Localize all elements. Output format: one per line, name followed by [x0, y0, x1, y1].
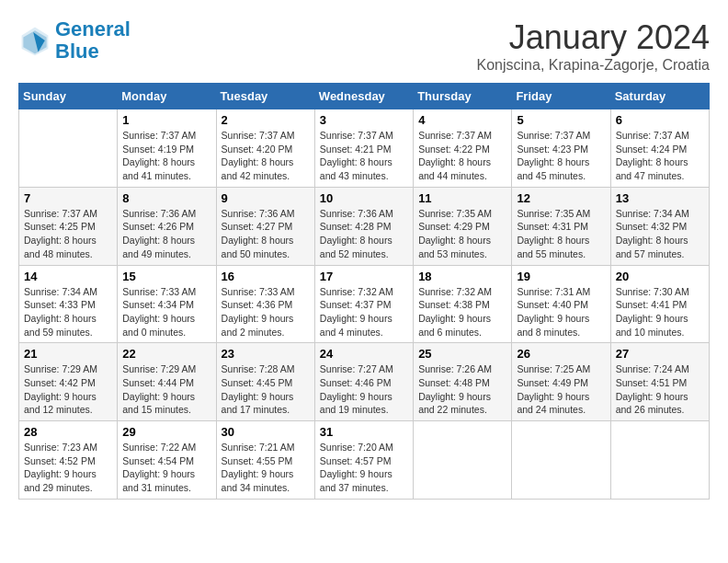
day-number: 25 — [418, 347, 506, 361]
calendar-cell: 11Sunrise: 7:35 AMSunset: 4:29 PMDayligh… — [414, 187, 512, 265]
calendar-cell: 1Sunrise: 7:37 AMSunset: 4:19 PMDaylight… — [118, 109, 216, 188]
day-info: Sunrise: 7:33 AMSunset: 4:36 PMDaylight:… — [222, 285, 310, 339]
day-number: 6 — [616, 113, 704, 127]
calendar-cell: 10Sunrise: 7:36 AMSunset: 4:28 PMDayligh… — [314, 187, 413, 265]
day-info: Sunrise: 7:30 AMSunset: 4:41 PMDaylight:… — [616, 285, 704, 339]
day-number: 28 — [24, 425, 112, 439]
calendar-week-3: 14Sunrise: 7:34 AMSunset: 4:33 PMDayligh… — [19, 265, 710, 343]
logo-blue: Blue — [55, 40, 99, 63]
calendar-cell: 16Sunrise: 7:33 AMSunset: 4:36 PMDayligh… — [216, 265, 314, 343]
day-info: Sunrise: 7:29 AMSunset: 4:44 PMDaylight:… — [122, 362, 210, 417]
weekday-header-wednesday: Wednesday — [314, 84, 413, 109]
day-info: Sunrise: 7:36 AMSunset: 4:28 PMDaylight:… — [320, 207, 408, 261]
calendar-cell: 7Sunrise: 7:37 AMSunset: 4:25 PMDaylight… — [19, 187, 118, 265]
calendar-week-4: 21Sunrise: 7:29 AMSunset: 4:42 PMDayligh… — [19, 343, 710, 421]
day-info: Sunrise: 7:33 AMSunset: 4:34 PMDaylight:… — [122, 285, 210, 339]
calendar-table: SundayMondayTuesdayWednesdayThursdayFrid… — [18, 83, 710, 500]
day-info: Sunrise: 7:36 AMSunset: 4:26 PMDaylight:… — [122, 207, 210, 261]
calendar-cell: 28Sunrise: 7:23 AMSunset: 4:52 PMDayligh… — [19, 421, 118, 500]
day-info: Sunrise: 7:31 AMSunset: 4:40 PMDaylight:… — [517, 285, 605, 339]
day-info: Sunrise: 7:24 AMSunset: 4:51 PMDaylight:… — [616, 362, 704, 417]
day-number: 7 — [24, 191, 112, 205]
day-info: Sunrise: 7:27 AMSunset: 4:46 PMDaylight:… — [320, 362, 408, 417]
calendar-week-5: 28Sunrise: 7:23 AMSunset: 4:52 PMDayligh… — [19, 421, 710, 500]
calendar-cell: 5Sunrise: 7:37 AMSunset: 4:23 PMDaylight… — [512, 109, 610, 188]
day-number: 9 — [222, 191, 310, 205]
calendar-cell: 25Sunrise: 7:26 AMSunset: 4:48 PMDayligh… — [414, 343, 512, 421]
calendar-body: 1Sunrise: 7:37 AMSunset: 4:19 PMDaylight… — [19, 109, 710, 500]
calendar-cell: 18Sunrise: 7:32 AMSunset: 4:38 PMDayligh… — [414, 265, 512, 343]
day-info: Sunrise: 7:20 AMSunset: 4:57 PMDaylight:… — [320, 441, 408, 495]
day-number: 21 — [24, 347, 112, 361]
weekday-header-tuesday: Tuesday — [216, 84, 314, 109]
calendar-cell: 14Sunrise: 7:34 AMSunset: 4:33 PMDayligh… — [19, 265, 118, 343]
day-info: Sunrise: 7:29 AMSunset: 4:42 PMDaylight:… — [24, 362, 112, 417]
day-info: Sunrise: 7:25 AMSunset: 4:49 PMDaylight:… — [517, 362, 605, 417]
day-number: 27 — [616, 347, 704, 361]
calendar-header-row: SundayMondayTuesdayWednesdayThursdayFrid… — [19, 84, 710, 109]
calendar-cell — [414, 421, 512, 500]
day-number: 11 — [418, 191, 506, 205]
day-number: 3 — [320, 113, 408, 127]
title-block: January 2024 Konjscina, Krapina-Zagorje,… — [477, 18, 710, 74]
calendar-cell — [512, 421, 610, 500]
day-number: 17 — [320, 270, 408, 283]
day-info: Sunrise: 7:37 AMSunset: 4:21 PMDaylight:… — [320, 129, 408, 183]
day-number: 29 — [122, 425, 210, 439]
calendar-cell — [19, 109, 118, 188]
day-number: 19 — [517, 270, 605, 283]
day-info: Sunrise: 7:35 AMSunset: 4:29 PMDaylight:… — [418, 207, 506, 261]
calendar-cell: 6Sunrise: 7:37 AMSunset: 4:24 PMDaylight… — [610, 109, 709, 188]
logo: General Blue — [18, 18, 131, 63]
calendar-title: January 2024 — [477, 18, 710, 57]
day-number: 12 — [517, 191, 605, 205]
day-info: Sunrise: 7:22 AMSunset: 4:54 PMDaylight:… — [122, 441, 210, 495]
calendar-cell: 22Sunrise: 7:29 AMSunset: 4:44 PMDayligh… — [118, 343, 216, 421]
weekday-header-saturday: Saturday — [610, 84, 709, 109]
calendar-cell: 17Sunrise: 7:32 AMSunset: 4:37 PMDayligh… — [314, 265, 413, 343]
day-number: 4 — [418, 113, 506, 127]
calendar-cell: 27Sunrise: 7:24 AMSunset: 4:51 PMDayligh… — [610, 343, 709, 421]
calendar-cell — [610, 421, 709, 500]
day-number: 14 — [24, 270, 112, 283]
calendar-subtitle: Konjscina, Krapina-Zagorje, Croatia — [477, 57, 710, 74]
logo-general: General — [55, 17, 131, 40]
day-info: Sunrise: 7:37 AMSunset: 4:19 PMDaylight:… — [122, 129, 210, 183]
day-number: 18 — [418, 270, 506, 283]
weekday-header-sunday: Sunday — [19, 84, 118, 109]
logo-icon — [18, 24, 51, 57]
calendar-cell: 8Sunrise: 7:36 AMSunset: 4:26 PMDaylight… — [118, 187, 216, 265]
calendar-cell: 13Sunrise: 7:34 AMSunset: 4:32 PMDayligh… — [610, 187, 709, 265]
day-number: 13 — [616, 191, 704, 205]
day-number: 10 — [320, 191, 408, 205]
day-info: Sunrise: 7:34 AMSunset: 4:33 PMDaylight:… — [24, 285, 112, 339]
day-number: 15 — [122, 270, 210, 283]
calendar-cell: 19Sunrise: 7:31 AMSunset: 4:40 PMDayligh… — [512, 265, 610, 343]
calendar-cell: 31Sunrise: 7:20 AMSunset: 4:57 PMDayligh… — [314, 421, 413, 500]
day-number: 20 — [616, 270, 704, 283]
weekday-header-thursday: Thursday — [414, 84, 512, 109]
day-info: Sunrise: 7:37 AMSunset: 4:20 PMDaylight:… — [222, 129, 310, 183]
day-info: Sunrise: 7:34 AMSunset: 4:32 PMDaylight:… — [616, 207, 704, 261]
day-info: Sunrise: 7:37 AMSunset: 4:24 PMDaylight:… — [616, 129, 704, 183]
calendar-cell: 20Sunrise: 7:30 AMSunset: 4:41 PMDayligh… — [610, 265, 709, 343]
calendar-cell: 29Sunrise: 7:22 AMSunset: 4:54 PMDayligh… — [118, 421, 216, 500]
day-number: 26 — [517, 347, 605, 361]
day-number: 23 — [222, 347, 310, 361]
weekday-header-monday: Monday — [118, 84, 216, 109]
calendar-week-1: 1Sunrise: 7:37 AMSunset: 4:19 PMDaylight… — [19, 109, 710, 188]
day-info: Sunrise: 7:36 AMSunset: 4:27 PMDaylight:… — [222, 207, 310, 261]
day-number: 5 — [517, 113, 605, 127]
weekday-header-friday: Friday — [512, 84, 610, 109]
calendar-cell: 3Sunrise: 7:37 AMSunset: 4:21 PMDaylight… — [314, 109, 413, 188]
calendar-cell: 24Sunrise: 7:27 AMSunset: 4:46 PMDayligh… — [314, 343, 413, 421]
calendar-cell: 12Sunrise: 7:35 AMSunset: 4:31 PMDayligh… — [512, 187, 610, 265]
day-info: Sunrise: 7:37 AMSunset: 4:22 PMDaylight:… — [418, 129, 506, 183]
day-number: 22 — [122, 347, 210, 361]
calendar-cell: 2Sunrise: 7:37 AMSunset: 4:20 PMDaylight… — [216, 109, 314, 188]
day-info: Sunrise: 7:32 AMSunset: 4:37 PMDaylight:… — [320, 285, 408, 339]
page-header: General Blue January 2024 Konjscina, Kra… — [18, 18, 710, 74]
calendar-cell: 21Sunrise: 7:29 AMSunset: 4:42 PMDayligh… — [19, 343, 118, 421]
day-info: Sunrise: 7:37 AMSunset: 4:23 PMDaylight:… — [517, 129, 605, 183]
calendar-cell: 30Sunrise: 7:21 AMSunset: 4:55 PMDayligh… — [216, 421, 314, 500]
